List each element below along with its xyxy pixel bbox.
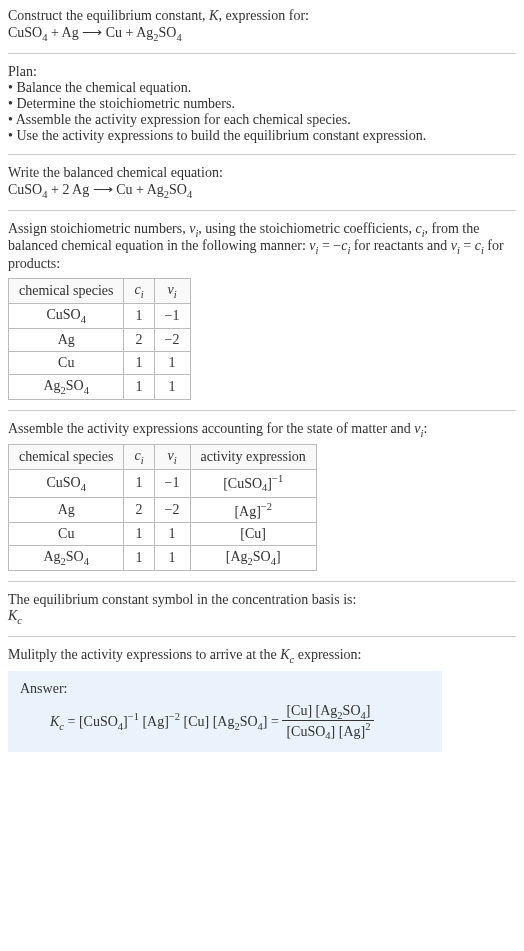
plan-item: • Use the activity expressions to build … [8, 128, 516, 144]
table-row: CuSO4 1 −1 [9, 303, 191, 328]
species-cell: Cu [9, 523, 124, 546]
question-equation: CuSO4 + Ag ⟶ Cu + Ag2SO4 [8, 24, 516, 43]
assemble-section: Assemble the activity expressions accoun… [8, 421, 516, 572]
v-cell: 1 [154, 374, 190, 399]
table-row: Ag 2 −2 [Ag]−2 [9, 497, 317, 523]
table-header: chemical species [9, 445, 124, 470]
table-header: ci [124, 445, 154, 470]
table-header: chemical species [9, 279, 124, 304]
c-cell: 1 [124, 470, 154, 497]
v-cell: −2 [154, 497, 190, 523]
c-cell: 1 [124, 374, 154, 399]
divider [8, 154, 516, 155]
table-row: Cu 1 1 [Cu] [9, 523, 317, 546]
c-cell: 1 [124, 546, 154, 571]
plan-item: • Determine the stoichiometric numbers. [8, 96, 516, 112]
symbol-line1: The equilibrium constant symbol in the c… [8, 592, 516, 608]
table-header: νi [154, 279, 190, 304]
symbol-section: The equilibrium constant symbol in the c… [8, 592, 516, 626]
assemble-text: Assemble the activity expressions accoun… [8, 421, 516, 439]
species-cell: Ag2SO4 [9, 374, 124, 399]
table-row: CuSO4 1 −1 [CuSO4]−1 [9, 470, 317, 497]
c-cell: 2 [124, 328, 154, 351]
table-header-row: chemical species ci νi [9, 279, 191, 304]
activity-cell: [Ag]−2 [190, 497, 316, 523]
divider [8, 636, 516, 637]
c-cell: 1 [124, 523, 154, 546]
multiply-text: Mulitply the activity expressions to arr… [8, 647, 516, 665]
assign-table: chemical species ci νi CuSO4 1 −1 Ag 2 −… [8, 278, 191, 399]
v-cell: 1 [154, 523, 190, 546]
species-cell: Ag2SO4 [9, 546, 124, 571]
fraction-denominator: [CuSO4] [Ag]2 [282, 721, 374, 741]
fraction: [Cu] [Ag2SO4] [CuSO4] [Ag]2 [282, 703, 374, 742]
answer-expression: Kc = [CuSO4]−1 [Ag]−2 [Cu] [Ag2SO4] = [C… [20, 703, 430, 742]
fraction-numerator: [Cu] [Ag2SO4] [282, 703, 374, 722]
table-row: Ag 2 −2 [9, 328, 191, 351]
table-row: Ag2SO4 1 1 [Ag2SO4] [9, 546, 317, 571]
species-cell: Ag [9, 497, 124, 523]
assign-section: Assign stoichiometric numbers, νi, using… [8, 221, 516, 400]
balanced-equation: CuSO4 + 2 Ag ⟶ Cu + Ag2SO4 [8, 181, 516, 200]
table-row: Ag2SO4 1 1 [9, 374, 191, 399]
v-cell: −2 [154, 328, 190, 351]
divider [8, 410, 516, 411]
species-cell: Ag [9, 328, 124, 351]
multiply-section: Mulitply the activity expressions to arr… [8, 647, 516, 752]
c-cell: 2 [124, 497, 154, 523]
question-line1: Construct the equilibrium constant, K, e… [8, 8, 516, 24]
plan-title: Plan: [8, 64, 516, 80]
answer-label: Answer: [20, 681, 430, 697]
assemble-table: chemical species ci νi activity expressi… [8, 444, 317, 571]
plan-item: • Balance the chemical equation. [8, 80, 516, 96]
v-cell: −1 [154, 470, 190, 497]
species-cell: CuSO4 [9, 303, 124, 328]
activity-cell: [Cu] [190, 523, 316, 546]
assign-text: Assign stoichiometric numbers, νi, using… [8, 221, 516, 273]
divider [8, 210, 516, 211]
balanced-title: Write the balanced chemical equation: [8, 165, 516, 181]
c-cell: 1 [124, 351, 154, 374]
v-cell: 1 [154, 546, 190, 571]
v-cell: 1 [154, 351, 190, 374]
c-cell: 1 [124, 303, 154, 328]
table-row: Cu 1 1 [9, 351, 191, 374]
table-header-row: chemical species ci νi activity expressi… [9, 445, 317, 470]
table-header: νi [154, 445, 190, 470]
question-section: Construct the equilibrium constant, K, e… [8, 8, 516, 43]
v-cell: −1 [154, 303, 190, 328]
divider [8, 581, 516, 582]
table-header: activity expression [190, 445, 316, 470]
plan-section: Plan: • Balance the chemical equation. •… [8, 64, 516, 144]
activity-cell: [Ag2SO4] [190, 546, 316, 571]
symbol-line2: Kc [8, 608, 516, 626]
species-cell: CuSO4 [9, 470, 124, 497]
divider [8, 53, 516, 54]
activity-cell: [CuSO4]−1 [190, 470, 316, 497]
plan-item: • Assemble the activity expression for e… [8, 112, 516, 128]
answer-box: Answer: Kc = [CuSO4]−1 [Ag]−2 [Cu] [Ag2S… [8, 671, 442, 752]
balanced-section: Write the balanced chemical equation: Cu… [8, 165, 516, 200]
species-cell: Cu [9, 351, 124, 374]
table-header: ci [124, 279, 154, 304]
